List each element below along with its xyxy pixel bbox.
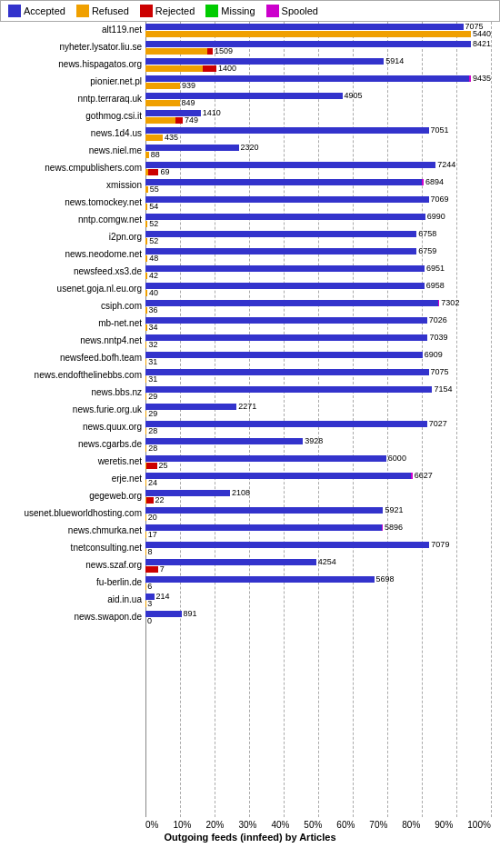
bar-label: news.cmpublishers.com	[2, 160, 145, 176]
spooled-bar	[382, 524, 383, 531]
bar-value-bottom: 7	[160, 566, 165, 573]
bar-label: news.swapon.de	[2, 609, 145, 625]
bar-group: 715429	[145, 386, 491, 400]
bar-value-top: 6990	[427, 214, 445, 220]
rejected-bar	[146, 497, 154, 504]
bar-value-bottom: 5440	[473, 31, 491, 37]
bar-row: news.cmpublishers.com724469	[145, 160, 491, 176]
bar-value-top: 7075	[431, 369, 449, 375]
bar-group: 689455	[145, 179, 491, 193]
accepted-bar	[145, 24, 464, 30]
bar-group: 600025	[145, 455, 491, 469]
refused-bar	[145, 290, 147, 296]
bar-row: news.nntp4.net703932	[145, 333, 491, 349]
refused-bar	[145, 514, 146, 521]
spooled-color	[266, 5, 279, 17]
bar-value-bottom: 40	[149, 290, 158, 296]
bars-rows: alt119.net70755440nyheter.lysator.liu.se…	[145, 22, 491, 817]
bar-row: i2pn.org675852	[145, 229, 491, 245]
refused-bar	[145, 83, 180, 89]
accepted-bar	[145, 473, 411, 479]
rejected-color	[140, 5, 153, 17]
x-axis-tick: 70%	[369, 820, 387, 830]
refused-bar	[145, 307, 147, 314]
bar-value-bottom: 28	[148, 445, 157, 452]
refused-bar	[145, 273, 147, 279]
bar-group: 70755440	[145, 24, 491, 37]
bar-value-top: 1410	[203, 110, 221, 116]
bar-value-bottom: 29	[148, 411, 157, 417]
bar-label: news.tomockey.net	[2, 195, 145, 211]
x-axis-tick: 100%	[467, 820, 491, 830]
rejected-bar	[148, 169, 158, 175]
accepted-bar	[145, 283, 425, 289]
bar-group: 730236	[145, 300, 491, 314]
bar-label: news.niel.me	[2, 143, 145, 159]
bar-row: nntp.terraraq.uk4905849	[145, 91, 491, 107]
bar-label: alt119.net	[2, 22, 145, 38]
bar-value-top: 7027	[429, 421, 447, 427]
accepted-bar	[145, 214, 425, 220]
legend-accepted: Accepted	[8, 5, 65, 17]
bar-value-bottom: 32	[148, 342, 157, 348]
bar-row: fu-berlin.de56986	[145, 574, 491, 591]
rejected-bar	[175, 117, 183, 124]
bar-row: weretis.net600025	[145, 454, 491, 470]
bar-value-bottom: 28	[148, 428, 157, 434]
bar-group: 392828	[145, 438, 491, 452]
bar-row: news.hispagatos.org59141400	[145, 56, 491, 73]
bar-row: news.chmurka.net589617	[145, 523, 491, 539]
x-axis-tick: 40%	[271, 820, 289, 830]
legend-refused-label: Refused	[92, 5, 129, 16]
bar-group: 59141400	[145, 58, 491, 72]
legend-missing: Missing	[205, 5, 255, 17]
legend: Accepted Refused Rejected Missing Spoole…	[0, 0, 500, 22]
legend-refused: Refused	[76, 5, 129, 17]
bar-value-top: 5921	[385, 507, 403, 514]
x-axis-tick: 30%	[238, 820, 256, 830]
refused-bar	[145, 480, 146, 486]
spooled-bar	[411, 473, 413, 479]
spooled-bar	[422, 179, 424, 185]
bar-value-bottom: 435	[165, 135, 178, 141]
bar-row: news.furie.org.uk227129	[145, 402, 491, 418]
accepted-bar	[145, 524, 382, 531]
bar-group: 227129	[145, 404, 491, 417]
bar-group: 42547	[145, 559, 491, 573]
rejected-bar	[207, 48, 213, 55]
bar-value-top: 6909	[425, 352, 443, 358]
refused-bar	[145, 117, 175, 124]
bar-row: newsfeed.xs3.de695142	[145, 264, 491, 280]
refused-bar	[145, 359, 146, 365]
bar-value-top: 2108	[232, 490, 250, 496]
bar-group: 699052	[145, 214, 491, 227]
missing-color	[205, 5, 218, 17]
bar-label: usenet.goja.nl.eu.org	[2, 281, 145, 297]
x-axis-tick: 90%	[435, 820, 453, 830]
refused-bar	[145, 445, 146, 452]
refused-bar	[145, 135, 163, 141]
bar-group: 589617	[145, 524, 491, 538]
x-axis-tick: 60%	[336, 820, 355, 830]
bar-value-top: 6000	[388, 455, 406, 462]
bar-group: 675852	[145, 231, 491, 244]
bar-value-bottom: 36	[149, 307, 158, 314]
bar-label: erje.net	[2, 471, 145, 487]
bar-label: news.endofthelinebbs.com	[2, 367, 145, 384]
refused-bar	[145, 376, 146, 383]
bar-label: news.neodome.net	[2, 246, 145, 263]
bar-value-top: 5698	[376, 576, 395, 583]
bar-row: news.bbs.nz715429	[145, 384, 491, 401]
legend-rejected: Rejected	[140, 5, 195, 17]
accepted-bar	[145, 421, 427, 427]
accepted-bar	[145, 386, 432, 393]
bar-value-bottom: 42	[149, 273, 158, 279]
bar-label: gegeweb.org	[2, 488, 145, 504]
refused-bar	[145, 342, 146, 348]
bar-value-top: 8421	[473, 41, 491, 47]
bar-label: news.bbs.nz	[2, 384, 145, 401]
bars-area: alt119.net70755440nyheter.lysator.liu.se…	[0, 22, 500, 817]
bar-group: 9435939	[145, 75, 491, 89]
bar-label: nntp.terraraq.uk	[2, 91, 145, 107]
bar-row: nyheter.lysator.liu.se84211509	[145, 39, 491, 55]
